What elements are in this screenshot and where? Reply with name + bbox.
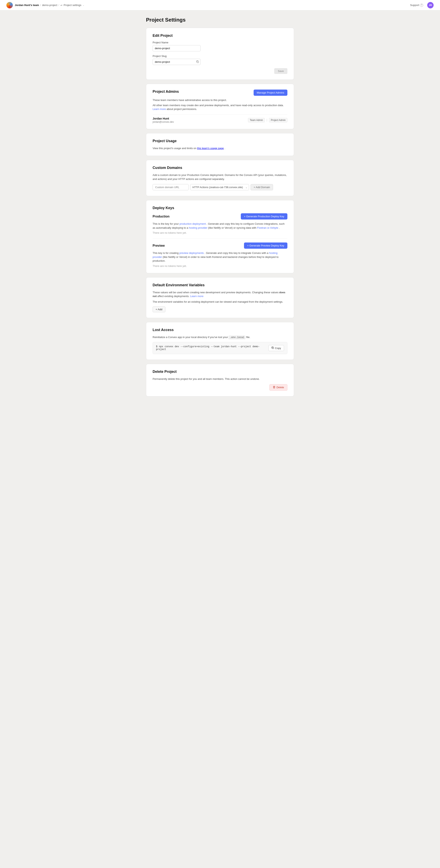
manage-admins-button[interactable]: Manage Project Admins: [254, 90, 287, 96]
usage-desc: View this project's usage and limits on …: [153, 146, 287, 150]
env-desc1: These values will be used when creating …: [153, 290, 287, 298]
admin-info: Jordan Hunt jordan@convex.dev: [153, 117, 174, 123]
hosting-provider-link1[interactable]: hosting provider: [189, 226, 207, 229]
lost-access-desc: Reinitialize a Convex app in your local …: [153, 335, 287, 339]
main-content: Project Settings Edit Project Project Na…: [142, 10, 298, 412]
copy-command-button[interactable]: Copy: [268, 345, 284, 351]
env-vars-card: Default Environment Variables These valu…: [146, 277, 294, 318]
svg-rect-0: [197, 61, 199, 63]
logo-icon: [6, 2, 13, 8]
support-button[interactable]: Support ?: [408, 3, 425, 8]
breadcrumb-sep2: /: [58, 4, 59, 7]
env-learn-more-link[interactable]: Learn more: [190, 294, 203, 298]
project-name-input[interactable]: [153, 45, 201, 51]
production-deployment-link[interactable]: production deployment: [179, 222, 206, 225]
domain-type-select-wrapper: HTTP Actions (zealous-cat-738.convex.sit…: [190, 184, 249, 190]
preview-deployments-link[interactable]: preview deployments: [179, 251, 204, 254]
usage-title: Project Usage: [153, 139, 287, 143]
production-no-tokens: There are no tokens here yet.: [153, 231, 287, 234]
team-name: Jordan Hunt's team: [15, 4, 39, 7]
learn-more-link[interactable]: Learn more: [153, 107, 166, 111]
project-usage-card: Project Usage View this project's usage …: [146, 133, 294, 156]
preview-desc: This key is for creating preview deploym…: [153, 251, 287, 263]
admins-desc1: These team members have administrative a…: [153, 98, 287, 102]
command-text: $ npx convex dev --configure=existing --…: [156, 345, 266, 351]
add-domain-button[interactable]: + Add Domain: [251, 184, 273, 190]
question-icon: ?: [420, 4, 423, 7]
domain-type-select[interactable]: HTTP Actions (zealous-cat-738.convex.sit…: [190, 184, 249, 190]
production-header: Production + Generate Production Deploy …: [153, 213, 287, 219]
env-vars-title: Default Environment Variables: [153, 283, 287, 287]
domains-title: Custom Domains: [153, 166, 287, 170]
generate-production-key-button[interactable]: + Generate Production Deploy Key: [241, 213, 287, 219]
svg-rect-1: [272, 347, 273, 349]
deploy-keys-card: Deploy Keys Production + Generate Produc…: [146, 200, 294, 273]
trash-icon: [273, 386, 275, 389]
delete-project-card: Delete Project Permanently delete this p…: [146, 364, 294, 396]
delete-title: Delete Project: [153, 370, 287, 374]
project-slug-group: Project Slug: [153, 55, 287, 65]
delete-button[interactable]: Delete: [269, 384, 287, 391]
preview-subtitle: Preview: [153, 244, 165, 247]
avatar[interactable]: JH: [427, 2, 434, 8]
production-subtitle: Production: [153, 215, 169, 218]
fivetran-airbyte-link[interactable]: Fivetran or Airbyte: [257, 226, 278, 229]
admins-header-row: Project Admins Manage Project Admins: [153, 90, 287, 96]
admin-name: Jordan Hunt: [153, 117, 174, 120]
delete-row: Delete: [153, 384, 287, 391]
custom-domains-card: Custom Domains Add a custom domain to yo…: [146, 160, 294, 196]
save-row: Save: [153, 68, 287, 74]
deploy-keys-title: Deploy Keys: [153, 206, 287, 210]
delete-desc: Permanently delete this project for you …: [153, 377, 287, 381]
env-desc2: The environment variables for an existin…: [153, 300, 287, 304]
page-title: Project Settings: [146, 17, 294, 23]
generate-preview-key-button[interactable]: + Generate Preview Deploy Key: [244, 243, 287, 249]
save-button[interactable]: Save: [274, 68, 287, 74]
copy-icon: [271, 346, 274, 350]
admins-desc2: All other team members may create dev an…: [153, 103, 287, 111]
domains-desc: Add a custom domain to your Production C…: [153, 173, 287, 181]
admin-row: Jordan Hunt jordan@convex.dev Team Admin…: [153, 114, 287, 123]
copy-label: Copy: [275, 347, 281, 350]
delete-label: Delete: [276, 386, 284, 389]
lost-access-title: Lost Access: [153, 328, 287, 332]
breadcrumb-sep: /: [40, 4, 41, 7]
production-deploy-section: Production + Generate Production Deploy …: [153, 213, 287, 234]
project-name-group: Project Name: [153, 41, 287, 51]
team-admin-badge: Team Admin: [248, 118, 265, 122]
project-slug-input[interactable]: [153, 59, 201, 65]
admin-badges: Team Admin Project Admin: [248, 118, 287, 122]
chevron-down-icon: ⌄: [83, 4, 84, 6]
project-slug-label: Project Slug: [153, 55, 287, 58]
lost-access-card: Lost Access Reinitialize a Convex app in…: [146, 322, 294, 360]
deploy-divider: [153, 238, 287, 239]
admin-email: jordan@convex.dev: [153, 121, 174, 123]
production-desc: This is the key for your production depl…: [153, 222, 287, 230]
project-admins-card: Project Admins Manage Project Admins The…: [146, 84, 294, 129]
env-local-code: .env.local: [229, 336, 245, 339]
usage-page-link[interactable]: this team's usage page: [197, 147, 224, 150]
settings-icon: ⇌: [60, 4, 62, 7]
preview-header: Preview + Generate Preview Deploy Key: [153, 243, 287, 249]
admins-title: Project Admins: [153, 90, 179, 94]
breadcrumb: Jordan Hunt's team / demo-project / ⇌ Pr…: [15, 4, 84, 7]
domain-url-input[interactable]: [153, 184, 188, 190]
preview-no-tokens: There are no tokens here yet.: [153, 265, 287, 268]
settings-link[interactable]: Project settings: [64, 4, 81, 7]
command-block: $ npx convex dev --configure=existing --…: [153, 342, 287, 354]
support-label: Support: [410, 4, 419, 7]
header-left: Jordan Hunt's team / demo-project / ⇌ Pr…: [6, 2, 84, 8]
edit-project-title: Edit Project: [153, 34, 287, 38]
domain-row: HTTP Actions (zealous-cat-738.convex.sit…: [153, 184, 287, 190]
add-env-button[interactable]: + Add: [153, 306, 166, 312]
project-link[interactable]: demo-project: [42, 4, 57, 7]
preview-deploy-section: Preview + Generate Preview Deploy Key Th…: [153, 243, 287, 268]
header: Jordan Hunt's team / demo-project / ⇌ Pr…: [0, 0, 440, 10]
project-name-label: Project Name: [153, 41, 287, 44]
header-right: Support ? JH: [408, 2, 434, 8]
edit-project-card: Edit Project Project Name Project Slug S…: [146, 28, 294, 80]
slug-input-wrapper: [153, 59, 201, 65]
copy-icon[interactable]: [196, 60, 199, 64]
project-admin-badge: Project Admin: [269, 118, 287, 122]
